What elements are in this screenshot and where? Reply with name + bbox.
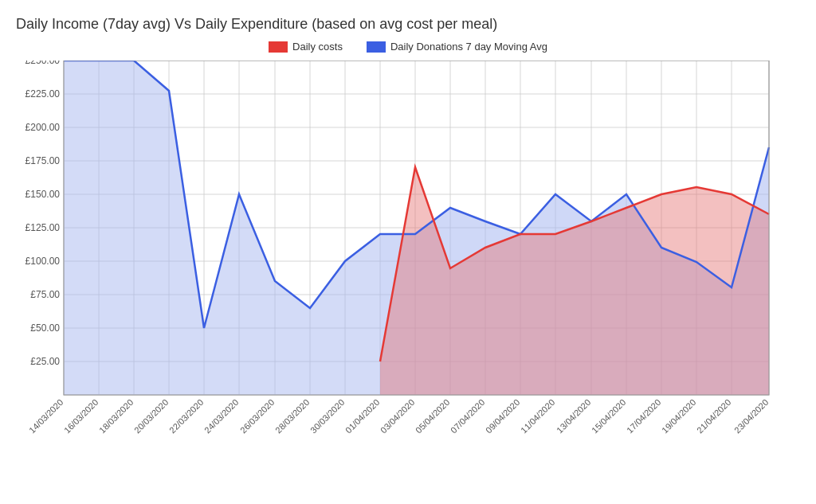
y-axis-labels: £250.00 £225.00 £200.00 £175.00 £150.00 … [26, 61, 61, 367]
legend-item-donations: Daily Donations 7 day Moving Avg [367, 41, 547, 53]
svg-text:19/04/2020: 19/04/2020 [660, 397, 697, 435]
svg-text:23/04/2020: 23/04/2020 [732, 397, 770, 435]
svg-text:16/03/2020: 16/03/2020 [62, 397, 100, 435]
x-axis-labels: 14/03/2020 16/03/2020 18/03/2020 20/03/2… [27, 397, 770, 435]
svg-text:£125.00: £125.00 [26, 222, 61, 233]
svg-text:09/04/2020: 09/04/2020 [484, 397, 521, 435]
svg-text:£250.00: £250.00 [26, 61, 61, 66]
svg-text:£150.00: £150.00 [26, 189, 61, 200]
svg-text:£175.00: £175.00 [26, 155, 61, 166]
svg-text:£75.00: £75.00 [30, 289, 60, 300]
svg-text:11/04/2020: 11/04/2020 [519, 397, 556, 435]
svg-text:18/03/2020: 18/03/2020 [97, 397, 135, 435]
svg-text:07/04/2020: 07/04/2020 [449, 397, 486, 435]
legend-label-costs: Daily costs [292, 41, 343, 53]
svg-text:24/03/2020: 24/03/2020 [202, 397, 240, 435]
svg-text:£225.00: £225.00 [26, 88, 61, 100]
svg-text:£100.00: £100.00 [26, 256, 61, 267]
legend-label-donations: Daily Donations 7 day Moving Avg [390, 41, 547, 53]
svg-text:14/03/2020: 14/03/2020 [27, 397, 65, 435]
svg-text:03/04/2020: 03/04/2020 [379, 397, 416, 435]
svg-text:26/03/2020: 26/03/2020 [238, 397, 276, 435]
svg-text:01/04/2020: 01/04/2020 [343, 397, 381, 435]
svg-text:13/04/2020: 13/04/2020 [555, 397, 592, 435]
svg-text:£200.00: £200.00 [26, 122, 61, 133]
svg-text:15/04/2020: 15/04/2020 [590, 397, 627, 435]
chart-container: Daily Income (7day avg) Vs Daily Expendi… [0, 0, 816, 504]
chart-svg: £250.00 £225.00 £200.00 £175.00 £150.00 … [16, 61, 781, 435]
chart-svg-wrapper: £250.00 £225.00 £200.00 £175.00 £150.00 … [16, 61, 800, 438]
svg-text:05/04/2020: 05/04/2020 [414, 397, 451, 435]
svg-text:17/04/2020: 17/04/2020 [625, 397, 662, 435]
svg-text:21/04/2020: 21/04/2020 [695, 397, 732, 435]
svg-text:£50.00: £50.00 [30, 322, 60, 334]
svg-text:22/03/2020: 22/03/2020 [167, 397, 205, 435]
legend-color-blue [367, 41, 386, 53]
chart-legend: Daily costs Daily Donations 7 day Moving… [16, 41, 800, 53]
svg-text:28/03/2020: 28/03/2020 [273, 397, 311, 435]
svg-text:£25.00: £25.00 [30, 356, 60, 367]
svg-text:30/03/2020: 30/03/2020 [308, 397, 346, 435]
legend-color-red [269, 41, 288, 53]
legend-item-costs: Daily costs [269, 41, 343, 53]
chart-title: Daily Income (7day avg) Vs Daily Expendi… [16, 16, 800, 33]
svg-text:20/03/2020: 20/03/2020 [132, 397, 170, 435]
